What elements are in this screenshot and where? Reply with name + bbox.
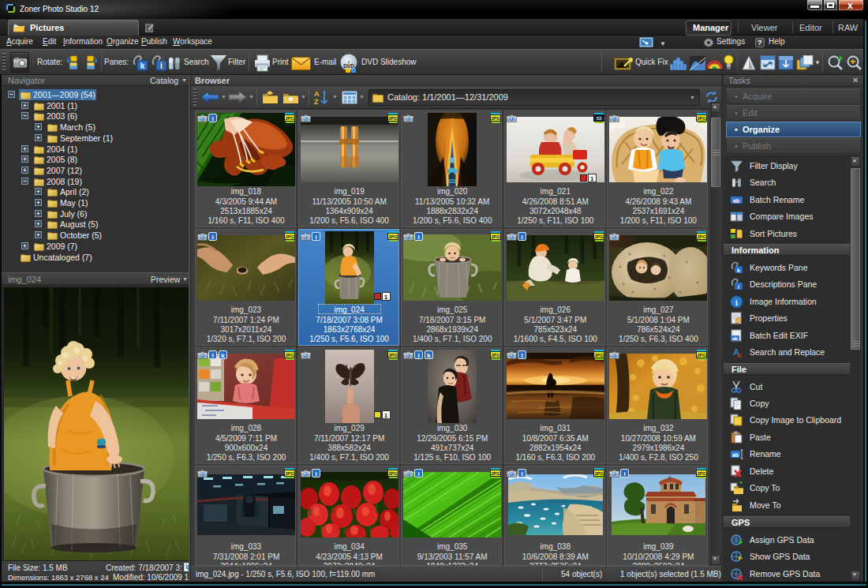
svg-text:JPG: JPG bbox=[491, 116, 500, 121]
svg-text:JPG: JPG bbox=[594, 234, 604, 239]
svg-text:JPG: JPG bbox=[285, 353, 294, 358]
svg-text:JPG: JPG bbox=[285, 471, 294, 476]
svg-text:JPG: JPG bbox=[388, 116, 398, 121]
svg-text:i: i bbox=[211, 115, 213, 122]
svg-text:B: B bbox=[737, 352, 742, 359]
svg-text:ab: ab bbox=[733, 198, 739, 204]
svg-text:JPG: JPG bbox=[697, 234, 706, 239]
svg-text:i: i bbox=[521, 352, 522, 359]
svg-text:i: i bbox=[418, 234, 420, 241]
svg-text:i: i bbox=[624, 470, 626, 478]
svg-text:ab: ab bbox=[732, 452, 739, 458]
svg-text:Z: Z bbox=[314, 98, 319, 106]
svg-text:DVD: DVD bbox=[343, 63, 354, 69]
svg-text:ab: ab bbox=[732, 336, 738, 341]
svg-text:i: i bbox=[735, 298, 738, 307]
svg-text:i: i bbox=[521, 470, 522, 478]
svg-text:i: i bbox=[315, 234, 316, 241]
svg-text:JPG: JPG bbox=[388, 234, 398, 239]
svg-text:JPG: JPG bbox=[388, 353, 398, 358]
svg-text:S3: S3 bbox=[596, 116, 601, 121]
svg-text:JPG: JPG bbox=[697, 471, 706, 476]
svg-text:i: i bbox=[418, 470, 420, 478]
svg-text:i: i bbox=[521, 234, 522, 241]
svg-text:i: i bbox=[738, 284, 739, 290]
svg-text:i: i bbox=[418, 352, 420, 359]
svg-text:JPG: JPG bbox=[697, 116, 706, 121]
svg-text:JPG: JPG bbox=[285, 234, 294, 239]
svg-text:JPG: JPG bbox=[491, 471, 500, 476]
svg-text:JPG: JPG bbox=[491, 234, 500, 239]
svg-text:i: i bbox=[211, 234, 213, 241]
svg-text:JPG: JPG bbox=[594, 471, 604, 476]
svg-text:k: k bbox=[221, 352, 225, 359]
svg-text:JPG: JPG bbox=[285, 116, 294, 121]
svg-text:JPG: JPG bbox=[697, 353, 706, 358]
svg-text:A: A bbox=[314, 90, 320, 98]
svg-text:JPG: JPG bbox=[491, 353, 500, 358]
svg-text:k: k bbox=[427, 352, 431, 359]
svg-text:JPG: JPG bbox=[388, 471, 398, 476]
svg-text:i: i bbox=[315, 470, 316, 478]
svg-text:k: k bbox=[737, 268, 740, 273]
svg-text:i: i bbox=[211, 352, 213, 359]
svg-text:k: k bbox=[140, 62, 145, 70]
svg-text:JPG: JPG bbox=[594, 353, 604, 358]
